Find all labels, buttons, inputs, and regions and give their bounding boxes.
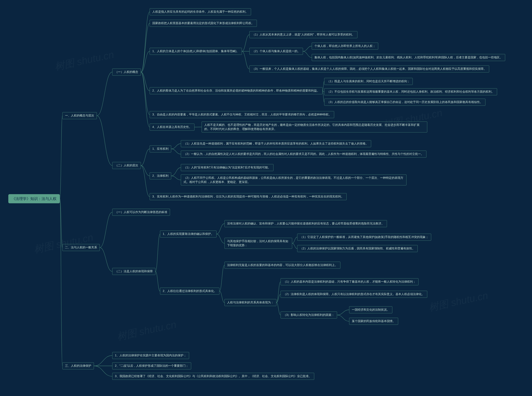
s2-b-2-2-3-1[interactable]: 一国经济和文化的法制状况。 (349, 306, 392, 313)
s2-b-1-2-2[interactable]: （2）人权的法律保护以国家强制力为后盾，因而具有国家强制性、权威性和普遍有效性。 (297, 245, 418, 252)
s1-a-3[interactable]: 1、人权的主体是人的个体(自然人)和群体(包括团体、集体等范畴)。 (150, 48, 242, 55)
s1-a[interactable]: （一）人权的概念 (112, 69, 141, 76)
s2-b-2-2[interactable]: 人权与法律权利的关系具体表现为： (225, 299, 276, 306)
s1-a-6[interactable]: 4、人权在本源上具有历史性。 (150, 123, 195, 131)
s1-b[interactable]: （二）人权的层次 (112, 162, 141, 169)
s2-b-1-2-1[interactable]: （1）它设定了人权保护的一般标准，从而避免了其他保护(如政策)手段的随机性和相互… (297, 234, 431, 241)
section-3[interactable]: 三、人权的法律保护 (62, 362, 94, 369)
section-1[interactable]: 一、人权的概念与层次 (62, 112, 97, 119)
s3-1[interactable]: 1、人权的法律保护在实践中主要表现为国内法的保护； (112, 352, 189, 359)
section-2[interactable]: 二、法与人权的一般关系 (62, 244, 100, 251)
s1-a-6-text[interactable]: 人权不是天赋的、也不是理性的产物，而是历史地产生的，最终是由一定的物质生活条件所… (201, 122, 427, 133)
s2-b-2-2-3-2[interactable]: 某个国家的民族传统和基本国情。 (349, 318, 398, 325)
root-node[interactable]: 《法理学》知识：法与人权 (8, 194, 60, 203)
s2-b-2-2-2[interactable]: （2）法律权利是人权的体现和保障。人权只有以法律权利的形式存在才有其实际意义。基… (281, 291, 427, 298)
s1-b-2-2[interactable]: （2）人权不同于公民权。人权是公民权构成的基础和源泉，公民权是由人权所派生的，是… (181, 175, 407, 186)
s1-b-2[interactable]: 2、法律权利 (150, 172, 171, 179)
watermark: 树图 shutu.cn (53, 48, 115, 73)
s1-a-3-2-2[interactable]: 集体人权，包括国内集体人权(如民族种族权利、妇女儿童权利、残疾人权利、人犯和罪犯… (312, 54, 505, 61)
s1-a-3-3[interactable]: （3）一般说来，个人人权是集体人权的基础，集体人权是个人人权的保障。因此，必须把… (249, 65, 489, 72)
s1-a-4[interactable]: 2、人权的客体乃是人为了在自然界和社会生存、活动和发展所必需的诸种物质的和精神的… (150, 87, 323, 94)
s2-b-2-1[interactable]: 法律权利无疑是人权的首要的和基本的内容，可以说大部分人权都反映在法律权利上。 (225, 262, 340, 269)
watermark: 树图 shutu.cn (116, 318, 178, 343)
s1-b-1-2[interactable]: （2）一般认为，人的自然属性决定人对人权的要求是共同的，而人的社会属性对人权的要… (181, 151, 426, 158)
s1-b-1-1[interactable]: （1）人权首先是一种道德权利，属于应有权利的范畴，即基于人的本性和本质所应该享有… (181, 140, 371, 147)
s1-a-4-1[interactable]: （1）既是人与生俱来的权利，同时也是后天所不断增进的权利； (324, 78, 413, 85)
s1-a-4-2[interactable]: （2）不仅包括生存权与发展权这两项最重要的基本人权，同时还包括人身权利、政治权利… (324, 88, 497, 95)
s2-b-1[interactable]: 1、人权的实现要靠法律的确认和保护。 (160, 231, 217, 238)
s2-b-1-1[interactable]: 没有法律对人权的确认、宣布和保护，人权要么只能停留在道德权利的应有状态，要么经常… (225, 220, 387, 227)
s1-a-3-2[interactable]: （2）个体人权与集体人权是统一的。 (249, 48, 303, 55)
s1-a-4-3[interactable]: （3）人权的总的价值取向就是人能够真正掌握自己的命运，这对处于同一历史发展阶段上… (324, 99, 485, 106)
s1-a-3-2-1[interactable]: 个体人权，即自然人亦即世界上所有人的人权； (312, 43, 378, 50)
s1-b-1[interactable]: 1、应有权利 (150, 145, 171, 152)
s1-a-5[interactable]: 3、自由是人权的内容要素，平等是人权的形式要素。人权不仅与神权、王权相对立，而且… (150, 111, 334, 118)
s3-3[interactable]: 3、我国政府已经签署了《经济、社会、文化权利国际公约》与《公民权利和政治权利国际… (112, 373, 314, 380)
s2-b-1-2[interactable]: 与其他保护手段相比较，法对人权的保障具有如下明显的优势： (225, 238, 292, 249)
s1-a-3-1[interactable]: （1）人权从其本来的意义上讲，就是"人的权利"，即所有人都可以享受的权利。 (249, 31, 357, 38)
s2-b-2-2-3[interactable]: （3）影响人权转化为法律权利的因素： (281, 311, 337, 319)
mindmap-canvas: 树图 shutu.cn 树图 shutu.cn 树图 shutu.cn 树图 s… (0, 0, 532, 396)
s1-a-2[interactable]: 国家政权把人权里面基本的要素用法定的形式固化下来形成法律权利即公民权。 (150, 20, 257, 27)
s1-a-1[interactable]: 人权是指人所应当具有的起码的生存条件。人权首先属于一种应然的权利。 (150, 8, 251, 15)
watermark: 树图 shutu.cn (427, 289, 489, 314)
s2-b[interactable]: （二）法是人权的体现和保障 (112, 268, 155, 275)
s2-b-2[interactable]: 2、人权往往通过法律权利的形式具体化。 (160, 288, 219, 295)
s3-2[interactable]: 2、"二战"以后，人权保护形成了国际法的一个重要部门； (112, 362, 191, 369)
watermark: 树图 shutu.cn (33, 231, 95, 256)
s1-b-2-1[interactable]: （1）人的"应有权利"只有法律确认为"法定权利"后才有实现的可能。 (181, 164, 273, 171)
s1-b-3[interactable]: 3、实有权利 人权作为一种道德权利与法律权利，仅仅为人权的实现提供一种可能性与资… (150, 193, 347, 200)
s2-a[interactable]: （一）人权可以作为判断法律善恶的标准 (112, 209, 170, 216)
s2-b-2-2-1[interactable]: （1）人权的基本内容是法律权利的基础，只有争得了最基本的人权，才能将一般人权转化… (281, 278, 419, 285)
